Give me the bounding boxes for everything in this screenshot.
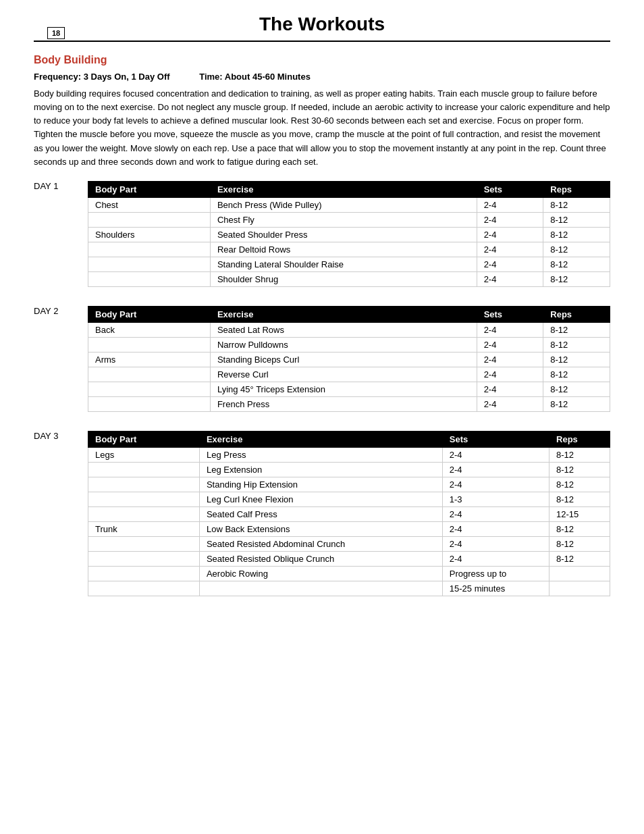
- exercise-cell: [199, 581, 442, 596]
- body-part-cell: [88, 462, 200, 477]
- table-row: Leg Extension2-48-12: [88, 462, 610, 477]
- body-part-cell: Legs: [88, 447, 200, 462]
- day1-col-bodypart: Body Part: [88, 181, 211, 197]
- reps-cell: 8-12: [543, 212, 610, 227]
- body-part-cell: [88, 506, 200, 521]
- sets-cell: 15-25 minutes: [442, 581, 549, 596]
- day3-block: DAY 3 Body Part Exercise Sets Reps LegsL…: [34, 431, 610, 596]
- body-part-cell: Trunk: [88, 521, 200, 536]
- sets-cell: 2-4: [477, 197, 543, 212]
- exercise-cell: Low Back Extensions: [199, 521, 442, 536]
- day3-col-bodypart: Body Part: [88, 431, 200, 447]
- sets-cell: 2-4: [442, 462, 549, 477]
- table-row: Narrow Pulldowns2-48-12: [88, 337, 610, 352]
- sets-cell: 2-4: [477, 367, 543, 382]
- table-row: Seated Calf Press2-412-15: [88, 506, 610, 521]
- sets-cell: 2-4: [442, 521, 549, 536]
- reps-cell: 8-12: [543, 367, 610, 382]
- table-row: Aerobic RowingProgress up to: [88, 566, 610, 581]
- day2-block: DAY 2 Body Part Exercise Sets Reps BackS…: [34, 306, 610, 412]
- table-row: TrunkLow Back Extensions2-48-12: [88, 521, 610, 536]
- reps-cell: [549, 581, 610, 596]
- reps-cell: 8-12: [543, 322, 610, 337]
- reps-cell: [549, 566, 610, 581]
- table-row: Lying 45° Triceps Extension2-48-12: [88, 382, 610, 396]
- table-row: Standing Hip Extension2-48-12: [88, 477, 610, 492]
- reps-cell: 8-12: [549, 521, 610, 536]
- reps-cell: 8-12: [543, 242, 610, 257]
- exercise-cell: Seated Shoulder Press: [210, 227, 477, 242]
- sets-cell: 1-3: [442, 492, 549, 506]
- exercise-cell: Lying 45° Triceps Extension: [210, 382, 477, 396]
- body-part-cell: [88, 566, 200, 581]
- intro-text: Body building requires focused concentra…: [34, 87, 610, 169]
- table-row: Seated Resisted Oblique Crunch2-48-12: [88, 551, 610, 566]
- exercise-cell: Leg Curl Knee Flexion: [199, 492, 442, 506]
- exercise-cell: Shoulder Shrug: [210, 271, 477, 286]
- reps-cell: 8-12: [543, 227, 610, 242]
- body-part-cell: Shoulders: [88, 227, 211, 242]
- sets-cell: 2-4: [477, 212, 543, 227]
- table-row: Standing Lateral Shoulder Raise2-48-12: [88, 257, 610, 271]
- sets-cell: 2-4: [442, 506, 549, 521]
- title-divider: [34, 41, 610, 42]
- body-part-cell: [88, 581, 200, 596]
- sets-cell: 2-4: [442, 477, 549, 492]
- table-row: ChestBench Press (Wide Pulley)2-48-12: [88, 197, 610, 212]
- body-part-cell: Arms: [88, 352, 211, 367]
- day2-label: DAY 2: [34, 306, 88, 316]
- section-title: Body Building: [34, 54, 610, 66]
- body-part-cell: Chest: [88, 197, 211, 212]
- exercise-cell: Reverse Curl: [210, 367, 477, 382]
- sets-cell: 2-4: [477, 242, 543, 257]
- day3-col-sets: Sets: [442, 431, 549, 447]
- day1-col-reps: Reps: [543, 181, 610, 197]
- day3-table: Body Part Exercise Sets Reps LegsLeg Pre…: [88, 431, 610, 596]
- body-part-cell: [88, 367, 211, 382]
- reps-cell: 12-15: [549, 506, 610, 521]
- table-row: BackSeated Lat Rows2-48-12: [88, 322, 610, 337]
- table-row: Rear Deltoid Rows2-48-12: [88, 242, 610, 257]
- body-part-cell: [88, 477, 200, 492]
- exercise-cell: French Press: [210, 396, 477, 411]
- exercise-cell: Seated Lat Rows: [210, 322, 477, 337]
- reps-cell: 8-12: [549, 477, 610, 492]
- table-row: LegsLeg Press2-48-12: [88, 447, 610, 462]
- exercise-cell: Chest Fly: [210, 212, 477, 227]
- sets-cell: 2-4: [477, 396, 543, 411]
- reps-cell: 8-12: [543, 337, 610, 352]
- reps-cell: 8-12: [549, 462, 610, 477]
- sets-cell: Progress up to: [442, 566, 549, 581]
- sets-cell: 2-4: [477, 382, 543, 396]
- table-row: Reverse Curl2-48-12: [88, 367, 610, 382]
- exercise-cell: Seated Resisted Oblique Crunch: [199, 551, 442, 566]
- exercise-cell: Bench Press (Wide Pulley): [210, 197, 477, 212]
- reps-cell: 8-12: [549, 551, 610, 566]
- sets-cell: 2-4: [477, 257, 543, 271]
- body-part-cell: [88, 337, 211, 352]
- body-part-cell: [88, 271, 211, 286]
- day1-table: Body Part Exercise Sets Reps ChestBench …: [88, 181, 610, 287]
- sets-cell: 2-4: [477, 227, 543, 242]
- day1-label: DAY 1: [34, 181, 88, 191]
- body-part-cell: [88, 212, 211, 227]
- exercise-cell: Seated Resisted Abdominal Crunch: [199, 536, 442, 551]
- sets-cell: 2-4: [442, 447, 549, 462]
- sets-cell: 2-4: [477, 271, 543, 286]
- day2-col-sets: Sets: [477, 306, 543, 322]
- table-row: French Press2-48-12: [88, 396, 610, 411]
- day1-block: DAY 1 Body Part Exercise Sets Reps Chest…: [34, 181, 610, 287]
- exercise-cell: Seated Calf Press: [199, 506, 442, 521]
- reps-cell: 8-12: [549, 447, 610, 462]
- day2-col-exercise: Exercise: [210, 306, 477, 322]
- day3-col-exercise: Exercise: [199, 431, 442, 447]
- day2-table: Body Part Exercise Sets Reps BackSeated …: [88, 306, 610, 412]
- sets-cell: 2-4: [477, 337, 543, 352]
- body-part-cell: [88, 257, 211, 271]
- reps-cell: 8-12: [543, 382, 610, 396]
- page-number: 18: [47, 27, 65, 39]
- sets-cell: 2-4: [477, 352, 543, 367]
- day3-label: DAY 3: [34, 431, 88, 441]
- table-row: Shoulder Shrug2-48-12: [88, 271, 610, 286]
- frequency-time-line: Frequency: 3 Days On, 1 Day Off Time: Ab…: [34, 72, 610, 82]
